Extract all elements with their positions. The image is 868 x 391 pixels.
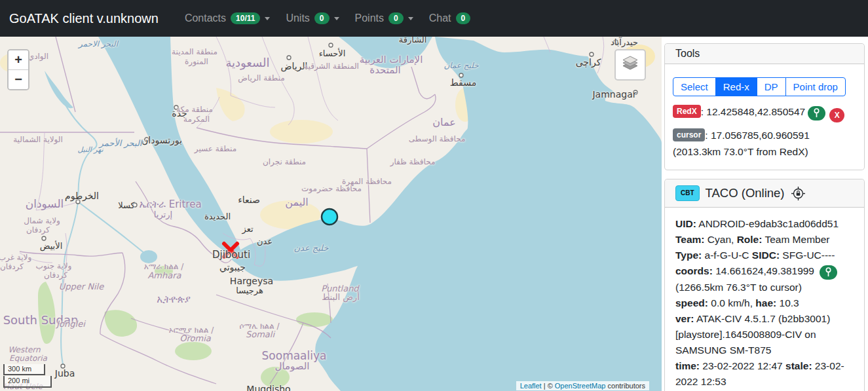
navbar: GoATAK client v.unknown Contacts10/11Uni… [0,0,868,37]
map-tiles [0,37,662,391]
nav-badge-contacts: 10/11 [231,12,260,24]
cursor-coords: : 17.056785,60.960591 [705,130,809,141]
nav-badge-points: 0 [388,12,404,24]
unit-detail-line: Team: Cyan, Role: Team Member [675,232,854,248]
layers-control-button[interactable] [614,49,646,81]
tool-button-red-x[interactable]: Red-x [715,77,757,96]
app-title: GoATAK client v.unknown [9,11,159,26]
scale-km: 300 km [3,364,45,376]
leaflet-link[interactable]: Leaflet [520,382,542,390]
cursor-coords-row: cursor: 17.056785,60.960591 [673,128,856,143]
tools-button-group: SelectRed-xDPPoint drop [673,77,846,96]
navbar-menu: Contacts10/11Units0Points0Chat0 [178,7,477,29]
zoom-in-button[interactable]: + [9,50,28,69]
unit-detail-line: (1266.5km 76.3°T to cursor) [675,280,854,295]
crosshair-lock-icon [791,186,806,201]
unit-detail-line: coords: 14.661624,49.381999 [675,263,854,280]
unit-card: CBT TACO (Online) UID: ANDROID-e9dab3c1a… [664,179,865,391]
nav-item-units[interactable]: Units0 [279,7,345,29]
openstreetmap-link[interactable]: OpenStreetMap [555,382,606,390]
map-scale-control: 300 km 200 mi [3,364,52,388]
redx-delete-button[interactable]: X [829,108,844,122]
tool-button-point-drop[interactable]: Point drop [785,77,846,96]
redx-coords: : 12.425848,42.850547 [701,106,805,117]
tool-button-select[interactable]: Select [673,77,716,96]
nav-item-contacts[interactable]: Contacts10/11 [178,7,277,29]
map-attribution: Leaflet | © OpenStreetMap contributors [516,381,649,390]
unit-detail-line: speed: 0.0 km/h, hae: 10.3 [675,295,854,311]
tools-card-title: Tools [665,44,864,64]
attribution-separator: | © [542,382,555,390]
sidebar: Tools SelectRed-xDPPoint drop RedX: 12.4… [662,37,868,391]
unit-detail-line: UID: ANDROID-e9dab3c1ad06dd51 [675,216,854,232]
unit-marker[interactable] [322,209,337,225]
unit-title: TACO (Online) [706,186,785,200]
nav-item-label: Contacts [185,12,226,24]
unit-locate-button[interactable] [820,265,837,280]
unit-card-header: CBT TACO (Online) [665,179,864,208]
goatak-app: GoATAK client v.unknown Contacts10/11Uni… [0,0,868,391]
tools-card: Tools SelectRed-xDPPoint drop RedX: 12.4… [664,43,865,170]
scale-mi: 200 mi [3,376,52,388]
attribution-suffix: contributors [605,382,645,390]
nav-item-label: Chat [429,12,451,24]
nav-item-label: Points [355,12,384,24]
unit-detail-line: Type: a-f-G-U-C SIDC: SFG-UC---- [675,248,854,263]
redx-coords-row: RedX: 12.425848,42.850547 X [673,104,856,122]
nav-item-label: Units [286,12,309,24]
nav-badge-units: 0 [314,12,330,24]
chevron-down-icon [408,17,413,20]
unit-type-badge: CBT [675,185,700,201]
nav-item-points[interactable]: Points0 [349,7,420,29]
cursor-badge: cursor [673,128,705,141]
layers-icon [621,55,639,75]
nav-badge-chat: 0 [456,12,471,24]
cursor-distance: (2013.3km 73.0°T from RedX) [673,144,856,159]
unit-details: UID: ANDROID-e9dab3c1ad06dd51Team: Cyan,… [665,208,864,391]
tool-button-dp[interactable]: DP [757,77,786,96]
unit-detail-line: time: 23-02-2022 12:47 stale: 23-02-2022… [675,358,854,390]
unit-detail-line: ver: ATAK-CIV 4.5.1.7 (b2bb3001) [playst… [675,311,854,358]
redx-badge: RedX [673,105,701,118]
map[interactable]: البحر الاحمرالوادي الجدمنطقة المدينةالمن… [0,37,662,391]
chevron-down-icon [265,17,270,20]
nav-item-chat[interactable]: Chat0 [423,7,477,29]
redx-locate-button[interactable] [808,106,825,121]
chevron-down-icon [334,17,339,20]
map-zoom-control: + − [7,49,29,90]
follow-unit-button[interactable] [791,186,806,201]
zoom-out-button[interactable]: − [9,69,28,89]
